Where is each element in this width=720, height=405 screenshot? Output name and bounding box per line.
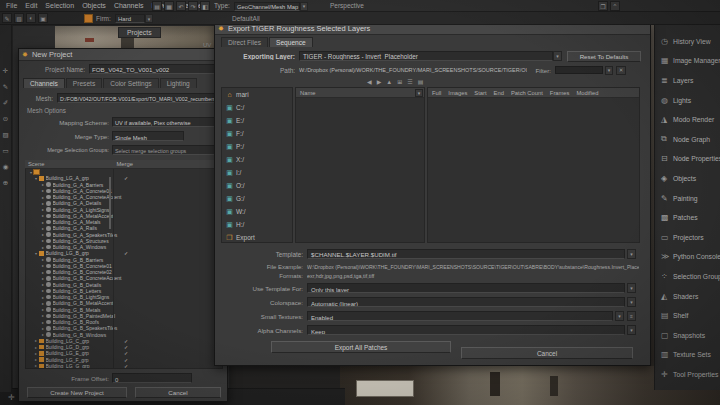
new-project-titlebar[interactable]: ✸ New Project xyxy=(19,49,227,61)
firm-dropdown-arrow-icon[interactable]: ▾ xyxy=(145,14,153,23)
merge-type-dropdown[interactable]: Single Mesh xyxy=(112,131,184,141)
tool-strip-icon[interactable]: ◉ xyxy=(3,163,9,171)
tool-icon[interactable]: ▣ xyxy=(38,13,48,23)
small-textures-arrow-icon[interactable]: ▾ xyxy=(615,311,624,321)
menu-item[interactable]: Objects xyxy=(78,0,110,12)
tool-strip-icon[interactable]: ✐ xyxy=(3,99,8,107)
palette-item[interactable]: ≣ Layers xyxy=(655,71,720,91)
window-icon[interactable]: ^ xyxy=(610,1,620,11)
menu-item[interactable]: Channels xyxy=(110,0,148,12)
place-item[interactable]: ▣ O:/ xyxy=(222,179,292,192)
status-icon[interactable]: ✛ xyxy=(8,393,15,402)
project-name-field[interactable]: FOB_V042_TO_V001_v002 xyxy=(89,64,223,74)
details-list-body[interactable] xyxy=(428,98,639,242)
scene-column-header[interactable]: Scene xyxy=(28,161,44,167)
toolbar-icon[interactable]: ◧ xyxy=(200,1,210,11)
create-project-button[interactable]: Create New Project xyxy=(27,387,127,398)
tool-strip-icon[interactable]: ▭ xyxy=(2,147,8,155)
new-project-tab[interactable]: Color Settings xyxy=(103,78,158,88)
details-column-header[interactable]: Frames xyxy=(550,90,570,96)
tab-projects[interactable]: Projects xyxy=(118,27,161,38)
palette-item[interactable]: ≫ Python Console xyxy=(655,247,720,267)
merge-checkmark[interactable]: ✓ xyxy=(124,250,128,256)
tree-scrollbar[interactable] xyxy=(109,177,111,229)
name-column-header[interactable]: Name xyxy=(300,90,315,96)
place-item[interactable]: ▣ C:/ xyxy=(222,101,292,114)
tool-icon[interactable]: ▧ xyxy=(14,13,24,23)
merge-checkmark[interactable]: ✓ xyxy=(124,338,128,344)
palette-item[interactable]: ▭ Projectors xyxy=(655,228,720,248)
palette-item[interactable]: ▢ Snapshots xyxy=(655,326,720,346)
palette-item[interactable]: ▦ Image Manager xyxy=(655,51,720,71)
tree-row[interactable]: ▸ Building_LG_G_grp ✓ xyxy=(26,363,222,369)
small-textures-options-button[interactable]: ≡ xyxy=(627,311,636,321)
place-item[interactable]: ⌂ mari xyxy=(222,88,292,101)
name-list-body[interactable] xyxy=(296,98,424,242)
toolbar-icon[interactable]: ↶ xyxy=(176,1,186,11)
menu-item[interactable]: Selection xyxy=(41,0,78,12)
palette-item[interactable]: ▥ Texture Sets xyxy=(655,345,720,365)
export-all-patches-button[interactable]: Export All Patches xyxy=(271,341,451,353)
palette-item[interactable]: ▩ Patches xyxy=(655,208,720,228)
merge-checkmark[interactable]: ✓ xyxy=(124,363,128,369)
new-project-tab[interactable]: Channels xyxy=(23,78,65,88)
small-textures-dropdown[interactable]: Enabled xyxy=(307,311,613,321)
palette-item[interactable]: ✛ Tool Properties xyxy=(655,365,720,385)
details-column-header[interactable]: Patch Count xyxy=(511,90,543,96)
details-column-header[interactable]: End xyxy=(494,90,504,96)
brush-color-chip[interactable] xyxy=(84,14,93,23)
details-column-header[interactable]: Start xyxy=(474,90,486,96)
tool-strip-icon[interactable]: ▨ xyxy=(2,131,8,139)
palette-item[interactable]: ◭ Shaders xyxy=(655,286,720,306)
merge-checkmark[interactable]: ✓ xyxy=(124,350,128,356)
firm-dropdown[interactable]: Hard xyxy=(115,14,145,23)
place-item[interactable]: ▣ E:/ xyxy=(222,114,292,127)
export-tab[interactable]: Sequence xyxy=(269,37,313,47)
nav-icon[interactable]: ⊞ xyxy=(397,78,402,85)
exporting-layer-dropdown[interactable]: TIGER - Roughness - Invert_Placeholder xyxy=(299,51,553,61)
place-item[interactable]: ❐ Export xyxy=(222,231,292,243)
use-template-arrow-icon[interactable]: ▾ xyxy=(627,283,636,293)
filter-arrow-icon[interactable]: ▾ xyxy=(605,66,613,75)
merge-column-header[interactable]: Merge xyxy=(116,161,132,167)
nav-icon[interactable]: ▤ xyxy=(418,78,424,85)
merge-groups-dropdown[interactable]: Select merge selection groups xyxy=(112,145,223,155)
colorspace-dropdown[interactable]: Automatic (linear) xyxy=(307,297,625,307)
place-item[interactable]: ▣ I:/ xyxy=(222,166,292,179)
toolbar-icon[interactable]: ▦ xyxy=(164,1,174,11)
palette-item[interactable]: ⁘ Selection Groups xyxy=(655,267,720,287)
new-project-tab[interactable]: Presets xyxy=(66,78,102,88)
palette-item[interactable]: ✎ Painting xyxy=(655,188,720,208)
tool-strip-icon[interactable]: ⊕ xyxy=(3,179,8,187)
details-column-header[interactable]: Images xyxy=(448,90,467,96)
details-column-header[interactable]: Full xyxy=(432,90,441,96)
type-dropdown[interactable]: GeoChannel/Mesh Map xyxy=(234,2,300,11)
palette-item[interactable]: ◷ History View xyxy=(655,32,720,52)
place-item[interactable]: ▣ P:/ xyxy=(222,140,292,153)
place-item[interactable]: ▣ H:/ xyxy=(222,218,292,231)
palette-item[interactable]: ◮ Modo Render xyxy=(655,110,720,130)
nav-icon[interactable]: ◀ xyxy=(367,78,372,85)
alpha-channels-arrow-icon[interactable]: ▾ xyxy=(627,325,636,335)
tool-icon[interactable]: ◐ xyxy=(26,13,36,23)
nav-icon[interactable]: ▶ xyxy=(377,78,382,85)
name-sort-arrow-icon[interactable]: ▾ xyxy=(415,89,423,97)
place-item[interactable]: ▣ X:/ xyxy=(222,153,292,166)
alpha-channels-dropdown[interactable]: Keep xyxy=(307,325,625,335)
merge-checkmark[interactable]: ✓ xyxy=(124,357,128,363)
menu-item[interactable]: Edit xyxy=(21,0,41,12)
tool-strip-icon[interactable]: ✛ xyxy=(3,67,8,75)
window-icon[interactable]: ❐ xyxy=(598,1,608,11)
use-template-dropdown[interactable]: Only this layer xyxy=(307,283,625,293)
mesh-path-field[interactable]: D:/FOB/V042/OUT/FOB-V001/Export/TO_MARI_… xyxy=(57,93,223,103)
template-arrow-icon[interactable]: ▾ xyxy=(627,249,636,259)
palette-item[interactable]: ◍ Lights xyxy=(655,90,720,110)
mapping-scheme-dropdown[interactable]: UV if available, Ptex otherwise xyxy=(112,117,223,127)
toolbar-icon[interactable]: ▤ xyxy=(152,1,162,11)
template-field[interactable]: $CHANNEL.$LAYER.$UDIM.tif xyxy=(307,249,625,259)
reset-defaults-button[interactable]: Reset To Defaults xyxy=(567,51,641,62)
filter-input[interactable] xyxy=(555,66,603,74)
nav-icon[interactable]: ▲ xyxy=(386,79,392,85)
tool-icon[interactable]: ✎ xyxy=(2,13,12,23)
filter-clear-button[interactable]: ✕ xyxy=(616,66,626,75)
